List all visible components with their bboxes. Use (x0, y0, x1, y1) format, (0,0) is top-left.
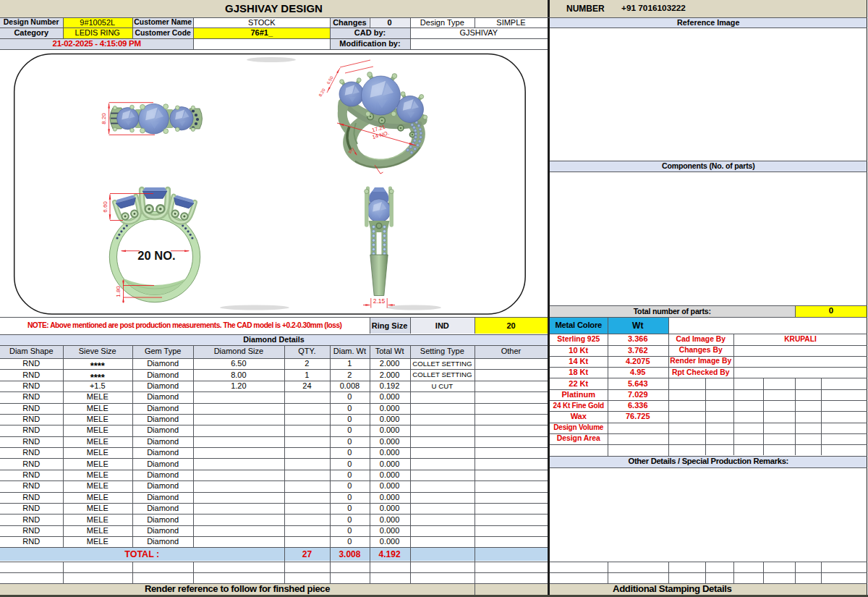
svg-text:1.80: 1.80 (115, 286, 122, 297)
svg-text:8.20: 8.20 (101, 113, 107, 124)
svg-text:6.60: 6.60 (102, 201, 109, 213)
svg-text:6.50: 6.50 (326, 75, 334, 85)
svg-text:8.20: 8.20 (318, 88, 326, 98)
svg-text:20 NO.: 20 NO. (137, 249, 175, 262)
svg-text:2.15: 2.15 (373, 297, 386, 305)
